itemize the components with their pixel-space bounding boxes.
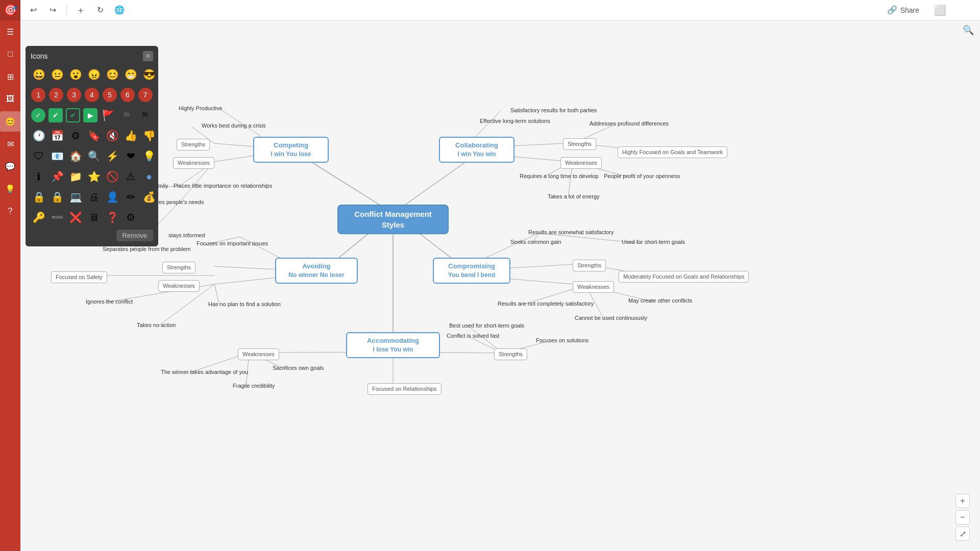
icon-clock[interactable]: 🕐	[31, 128, 47, 144]
share-button[interactable]: 🔗 Share	[881, 3, 925, 17]
icon-bookmark[interactable]: 🔖	[86, 128, 102, 144]
text-avoiding-fi: Focuses on important issues	[197, 240, 268, 246]
icon-info[interactable]: ℹ	[31, 168, 47, 185]
icon-lock2[interactable]: 🔒	[49, 189, 65, 205]
icon-lock1[interactable]: 🔒	[31, 189, 47, 205]
sidebar-item-idea[interactable]: 💡	[0, 179, 20, 199]
node-accommodating[interactable]: Accommodating I lose You win	[346, 332, 440, 358]
sidebar-item-help[interactable]: ?	[0, 201, 20, 221]
icon-settings[interactable]: ⚙	[122, 209, 139, 226]
icon-flag-red[interactable]: 🚩	[100, 107, 116, 123]
zoom-out-button[interactable]: −	[955, 510, 970, 524]
icon-check-green[interactable]: ✓	[31, 108, 45, 122]
label-collab-hfgt[interactable]: Highly Focused on Goals and Teamwork	[618, 146, 727, 158]
redo-button[interactable]: ↪	[45, 3, 60, 18]
node-compromising[interactable]: Compromising You bend I bend	[433, 258, 510, 284]
icon-thumbup[interactable]: 👍	[122, 128, 139, 144]
icon-printer[interactable]: 🖨	[86, 189, 102, 205]
icon-neutral[interactable]: 😐	[49, 66, 65, 83]
text-comp-rss: Results are somewhat satisfactory	[528, 229, 614, 235]
icon-check3[interactable]: ✔	[66, 108, 80, 122]
label-comp-mfgr[interactable]: Moderately Focused on Goals and Relation…	[619, 271, 749, 283]
icon-calendar[interactable]: 📅	[49, 128, 65, 144]
icon-flag-black[interactable]: ⚑	[137, 107, 153, 123]
node-accommodating-label: Accommodating	[353, 336, 433, 345]
icon-shield[interactable]: 🛡	[31, 148, 47, 164]
icons-panel-close[interactable]: ✕	[143, 51, 153, 61]
node-competing[interactable]: Competing I win You lose	[253, 137, 329, 163]
icon-mute[interactable]: 🔇	[104, 128, 120, 144]
icon-person[interactable]: 👤	[104, 189, 120, 205]
icon-question[interactable]: ❓	[104, 209, 120, 226]
label-accom-strengths[interactable]: Strengths	[494, 348, 527, 360]
sidebar-item-emoji[interactable]: 😊	[0, 111, 20, 132]
sidebar-item-map[interactable]: ⊞	[0, 66, 20, 87]
present-button[interactable]: ⬜	[929, 2, 950, 18]
icon-check2[interactable]: ✔	[48, 108, 63, 122]
icon-circle-blue[interactable]: ●	[141, 168, 157, 185]
icon-no[interactable]: 🚫	[104, 168, 120, 185]
label-comp-weaknesses[interactable]: Weaknesses	[573, 281, 614, 293]
icon-grin[interactable]: 😁	[122, 66, 139, 83]
icon-x[interactable]: ❌	[67, 209, 84, 226]
icon-home[interactable]: 🏠	[67, 148, 84, 164]
icon-laptop[interactable]: 💻	[67, 189, 84, 205]
label-competing-strengths[interactable]: Strengths	[177, 139, 210, 151]
icon-cool[interactable]: 😎	[141, 66, 157, 83]
sidebar-item-image[interactable]: 🖼	[0, 89, 20, 109]
label-accom-weaknesses[interactable]: Weaknesses	[238, 348, 279, 360]
sidebar-item-mail[interactable]: ✉	[0, 134, 20, 154]
icon-key[interactable]: 🔑	[31, 209, 47, 226]
icon-num7[interactable]: 7	[138, 88, 153, 102]
icon-flag-dark[interactable]: ⚑	[118, 107, 135, 123]
node-collaborating[interactable]: Collaborating I win You win	[439, 137, 514, 163]
icon-folder[interactable]: 📁	[67, 168, 84, 185]
label-avoiding-fos[interactable]: Focused on Safety	[51, 271, 107, 283]
sidebar-item-notes[interactable]: □	[0, 44, 20, 64]
undo-button[interactable]: ↩	[26, 3, 41, 18]
add-button[interactable]: ＋	[73, 3, 88, 18]
zoom-fit-button[interactable]: ⤢	[955, 527, 970, 541]
icon-warning[interactable]: ⚠	[122, 168, 139, 185]
refresh-button[interactable]: ↻	[92, 3, 108, 18]
label-collab-strengths[interactable]: Strengths	[563, 138, 596, 150]
label-comp-strengths[interactable]: Strengths	[573, 260, 606, 271]
label-accom-for[interactable]: Focused on Relationships	[368, 383, 442, 395]
icon-play[interactable]: ▶	[83, 108, 97, 122]
icon-happy[interactable]: 😊	[104, 66, 120, 83]
icon-angry[interactable]: 😠	[86, 66, 102, 83]
globe-button[interactable]: 🌐	[112, 3, 127, 18]
label-avoiding-strengths[interactable]: Strengths	[162, 262, 195, 273]
icon-num5[interactable]: 5	[103, 88, 117, 102]
icon-pin[interactable]: 📌	[49, 168, 65, 185]
icons-grid-row5: 🛡 📧 🏠 🔍 ⚡ ❤ 💡	[31, 148, 153, 164]
icon-star[interactable]: ⭐	[86, 168, 102, 185]
icon-num3[interactable]: 3	[67, 88, 81, 102]
label-competing-weaknesses[interactable]: Weaknesses	[173, 157, 214, 169]
remove-button[interactable]: Remove	[116, 230, 153, 241]
icon-minus[interactable]: ➖	[49, 209, 65, 226]
icon-heart[interactable]: ❤	[122, 148, 139, 164]
label-avoiding-weaknesses[interactable]: Weaknesses	[158, 280, 200, 292]
icon-monitor[interactable]: 🖥	[86, 209, 102, 226]
icon-email[interactable]: 📧	[49, 148, 65, 164]
node-center[interactable]: Conflict Management Styles	[337, 205, 449, 234]
icon-num4[interactable]: 4	[85, 88, 99, 102]
icon-surprised[interactable]: 😮	[67, 66, 84, 83]
sidebar-item-menu[interactable]: ☰	[0, 21, 20, 42]
icon-lightning[interactable]: ⚡	[104, 148, 120, 164]
node-avoiding[interactable]: Avoiding No winner No loser	[275, 258, 358, 284]
zoom-in-button[interactable]: +	[955, 494, 970, 508]
icon-search[interactable]: 🔍	[86, 148, 102, 164]
icon-pencil[interactable]: ✏	[122, 189, 139, 205]
icon-smile[interactable]: 😀	[31, 66, 47, 83]
label-collab-weaknesses[interactable]: Weaknesses	[560, 157, 602, 169]
icon-bulb[interactable]: 💡	[141, 148, 157, 164]
icon-num2[interactable]: 2	[49, 88, 63, 102]
icon-gear[interactable]: ⚙	[67, 128, 84, 144]
icon-num1[interactable]: 1	[31, 88, 45, 102]
sidebar-item-chat[interactable]: 💬	[0, 156, 20, 177]
icon-money[interactable]: 💰	[141, 189, 157, 205]
icon-num6[interactable]: 6	[120, 88, 135, 102]
icon-thumbdown[interactable]: 👎	[141, 128, 157, 144]
